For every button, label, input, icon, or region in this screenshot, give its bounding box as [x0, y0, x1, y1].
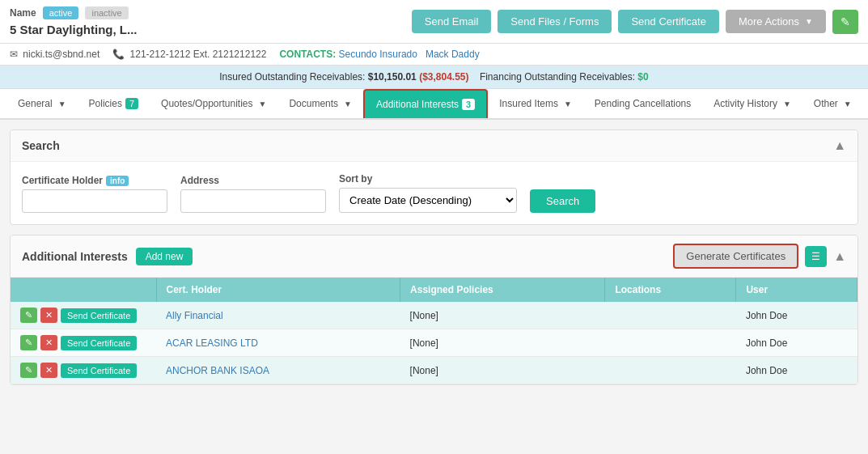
- receivables-banner: Insured Outstanding Receivables: $10,150…: [0, 66, 868, 89]
- send-files-button[interactable]: Send Files / Forms: [498, 10, 612, 33]
- chevron-down-icon: ▼: [844, 100, 852, 108]
- user-cell: John Doe: [736, 329, 857, 357]
- cert-holder-cell: ANCHOR BANK ISAOA: [156, 357, 400, 384]
- chevron-down-icon: ▼: [564, 100, 572, 108]
- email-info: ✉ nicki.ts@sbnd.net: [10, 49, 100, 60]
- email-icon: ✉: [10, 49, 18, 60]
- user-cell: John Doe: [736, 357, 857, 384]
- ai-options-button[interactable]: ☰: [805, 246, 827, 267]
- cert-holder-cell: Ally Financial: [156, 302, 400, 329]
- cert-holder-link[interactable]: Ally Financial: [166, 310, 223, 321]
- navigation-tabs: General ▼ Policies 7 Quotes/Opportunitie…: [0, 89, 868, 120]
- chevron-down-icon: ▼: [58, 100, 66, 108]
- badge-inactive[interactable]: inactive: [85, 6, 128, 19]
- address-input[interactable]: [180, 189, 326, 213]
- assigned-policies-cell: [None]: [400, 329, 605, 357]
- search-collapse-button[interactable]: ▲: [833, 138, 846, 153]
- badge-active[interactable]: active: [43, 6, 79, 19]
- tab-additional-interests[interactable]: Additional Interests 3: [363, 89, 488, 120]
- edit-button[interactable]: ✎: [832, 10, 858, 34]
- info-badge[interactable]: info: [106, 176, 129, 186]
- tab-quotes[interactable]: Quotes/Opportunities ▼: [150, 89, 277, 120]
- contact-info-bar: ✉ nicki.ts@sbnd.net 📞 121-212-1212 Ext. …: [0, 44, 868, 66]
- search-section-header: Search ▲: [11, 130, 857, 162]
- cert-holder-input[interactable]: [22, 189, 167, 213]
- tab-other[interactable]: Other ▼: [802, 89, 863, 120]
- search-button[interactable]: Search: [530, 189, 595, 213]
- user-cell: John Doe: [736, 302, 857, 329]
- cert-holder-link[interactable]: ANCHOR BANK ISAOA: [166, 365, 269, 376]
- col-cert-holder: Cert. Holder: [156, 278, 400, 302]
- ai-collapse-button[interactable]: ▲: [833, 249, 846, 264]
- more-actions-button[interactable]: More Actions ▼: [726, 10, 826, 33]
- ai-section-title: Additional Interests: [22, 250, 128, 263]
- company-name: 5 Star Daylighting, L...: [10, 23, 138, 36]
- locations-cell: [605, 357, 736, 384]
- table-row: ✎ ✕ Send Certificate ANCHOR BANK ISAOA[N…: [11, 357, 857, 384]
- row-delete-button[interactable]: ✕: [40, 308, 57, 323]
- assigned-policies-cell: [None]: [400, 302, 605, 329]
- row-delete-button[interactable]: ✕: [40, 335, 57, 350]
- ai-header-left: Additional Interests Add new: [22, 248, 193, 265]
- col-user: User: [736, 278, 857, 302]
- col-locations: Locations: [605, 278, 736, 302]
- tab-insured-items[interactable]: Insured Items ▼: [488, 89, 583, 120]
- row-delete-button[interactable]: ✕: [40, 363, 57, 378]
- row-send-cert-button[interactable]: Send Certificate: [61, 308, 137, 323]
- tab-activity-history[interactable]: Activity History ▼: [702, 89, 802, 120]
- tab-policies[interactable]: Policies 7: [78, 89, 150, 120]
- additional-interests-section: Additional Interests Add new Generate Ce…: [10, 235, 858, 385]
- contacts-section: CONTACTS: Secundo Insurado Mack Daddy: [279, 49, 479, 60]
- financing-amount: $0: [637, 71, 648, 83]
- col-assigned-policies: Assigned Policies: [400, 278, 605, 302]
- row-edit-button[interactable]: ✎: [20, 363, 37, 378]
- row-send-cert-button[interactable]: Send Certificate: [61, 363, 137, 378]
- send-email-button[interactable]: Send Email: [412, 10, 491, 33]
- row-actions: ✎ ✕ Send Certificate: [11, 302, 156, 329]
- table-header-row: Cert. Holder Assigned Policies Locations…: [11, 278, 857, 302]
- insured-amount: $10,150.01: [368, 71, 417, 83]
- ai-section-header: Additional Interests Add new Generate Ce…: [11, 235, 857, 278]
- name-label: Name: [10, 7, 36, 19]
- row-actions: ✎ ✕ Send Certificate: [11, 357, 156, 384]
- main-content: Search ▲ Certificate Holder info Address…: [0, 120, 868, 405]
- insured-negative: ($3,804.55): [419, 71, 468, 83]
- row-send-cert-button[interactable]: Send Certificate: [61, 336, 137, 350]
- chevron-down-icon: ▼: [259, 100, 267, 108]
- cert-holder-link[interactable]: ACAR LEASING LTD: [166, 337, 258, 349]
- policies-badge: 7: [125, 98, 138, 109]
- name-row: Name active inactive: [10, 6, 138, 19]
- add-new-button[interactable]: Add new: [136, 248, 193, 265]
- locations-cell: [605, 329, 736, 357]
- phone-icon: 📞: [112, 49, 125, 60]
- send-certificate-button[interactable]: Send Certificate: [618, 10, 719, 33]
- row-edit-button[interactable]: ✎: [20, 335, 37, 350]
- dropdown-arrow-icon: ▼: [805, 17, 813, 26]
- tab-general[interactable]: General ▼: [6, 89, 78, 120]
- assigned-policies-cell: [None]: [400, 357, 605, 384]
- address-group: Address: [180, 175, 326, 213]
- tab-pending-cancellations[interactable]: Pending Cancellations: [583, 89, 702, 120]
- search-section: Search ▲ Certificate Holder info Address…: [10, 129, 858, 225]
- sort-by-label: Sort by: [339, 173, 517, 185]
- contacts-label: CONTACTS:: [279, 49, 336, 60]
- sort-by-select[interactable]: Create Date (Descending) Create Date (As…: [339, 188, 517, 213]
- tab-documents[interactable]: Documents ▼: [277, 89, 363, 120]
- chevron-down-icon: ▼: [783, 100, 791, 108]
- search-form: Certificate Holder info Address Sort by …: [11, 162, 857, 224]
- additional-interests-table: Cert. Holder Assigned Policies Locations…: [11, 278, 857, 384]
- contact-1[interactable]: Secundo Insurado: [339, 49, 417, 60]
- address-label: Address: [180, 175, 326, 186]
- col-actions: [11, 278, 156, 302]
- row-edit-button[interactable]: ✎: [20, 308, 37, 323]
- cert-holder-cell: ACAR LEASING LTD: [156, 329, 400, 357]
- generate-certificates-button[interactable]: Generate Certificates: [673, 244, 798, 269]
- chevron-down-icon: ▼: [344, 100, 352, 108]
- search-section-title: Search: [22, 139, 60, 152]
- financing-label: Financing Outstanding Receivables:: [480, 71, 635, 83]
- header-left: Name active inactive 5 Star Daylighting,…: [10, 6, 138, 36]
- phone-info: 📞 121-212-1212 Ext. 2121212122: [112, 49, 266, 60]
- page-header: Name active inactive 5 Star Daylighting,…: [0, 0, 868, 44]
- row-actions: ✎ ✕ Send Certificate: [11, 329, 156, 357]
- contact-2[interactable]: Mack Daddy: [426, 49, 480, 60]
